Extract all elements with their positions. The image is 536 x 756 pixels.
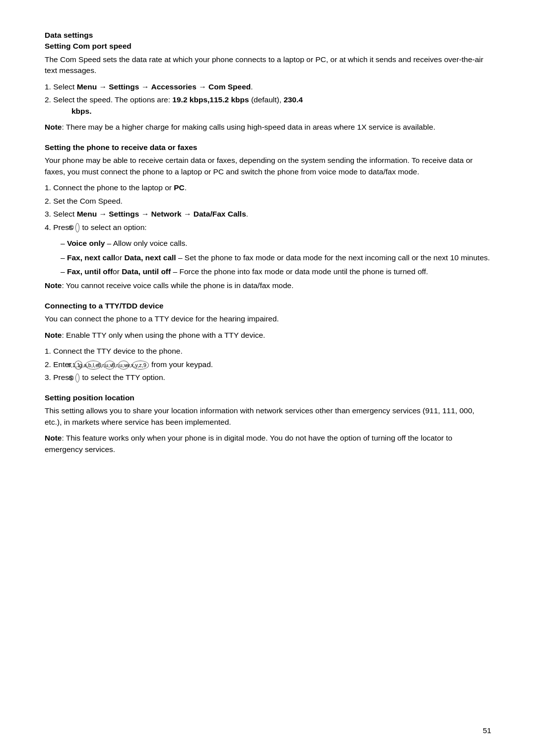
tty-section: Connecting to a TTY/TDD device You can c… [45,301,491,383]
kbps-continuation: kbps. [54,106,491,117]
step-1: 1. Select Menu → Settings → Accessories … [45,81,491,92]
step-2: 2. Select the speed. The options are: 19… [45,94,491,117]
fax-note: Note: You cannot receive voice calls whi… [45,280,491,291]
fax-options-list: Voice only – Allow only voice calls. Fax… [61,238,491,277]
network-bold: Network [151,210,182,218]
fax-step-3: 3. Select Menu → Settings → Network → Da… [45,209,491,220]
receive-faxes-section: Setting the phone to receive data or fax… [45,142,491,292]
position-location-note: Note: This feature works only when your … [45,433,491,455]
fax-step-4: 4. Press ☹ to select an option: [45,222,491,233]
data-settings-note: Note: There may be a higher charge for m… [45,122,491,133]
datafax-calls-bold: Data/Fax Calls [194,210,246,218]
menu-bold-2: Menu [77,210,97,218]
data-settings-intro: The Com Speed sets the data rate at whic… [45,54,491,76]
heading-receive-faxes: Setting the phone to receive data or fax… [45,142,491,153]
com-speed-bold: Com Speed [208,82,251,91]
fax-until-off-option: Fax, until offor Data, until off – Force… [61,266,491,277]
keypad-icon-5: w,x,y,z,9 [132,361,148,370]
tty-step-3: 3. Press ☹ to select the TTY option. [45,372,491,383]
accessories-bold: Accessories [151,82,197,91]
heading-data-settings: Data settingsSetting Com port speed [45,30,491,52]
settings-bold: Settings [109,82,139,91]
tty-steps: 1. Connect the TTY device to the phone. … [45,346,491,383]
heading-tty: Connecting to a TTY/TDD device [45,301,491,311]
speed-230-bold: 230.4 [283,95,303,104]
data-settings-section: Data settingsSetting Com port speed The … [45,30,491,133]
settings-bold-2: Settings [109,210,139,218]
receive-faxes-steps: 1. Connect the phone to the laptop or PC… [45,182,491,233]
tty-intro: You can connect the phone to a TTY devic… [45,313,491,324]
ok-button-icon-2: ☹ [75,374,79,382]
data-settings-steps: 1. Select Menu → Settings → Accessories … [45,81,491,117]
tty-step-2: 2. Enter 8,1,1 g,a,b,l,e 8,r,u,v 8,r,u,v… [45,359,491,370]
position-location-section: Setting position location This setting a… [45,392,491,455]
fax-next-call-option: Fax, next callor Data, next call – Set t… [61,252,491,263]
ok-button-icon: ☹ [75,223,79,232]
speed-options-bold: 19.2 kbps,115.2 kbps [172,95,249,104]
tty-step-1: 1. Connect the TTY device to the phone. [45,346,491,357]
menu-bold: Menu [77,82,97,91]
receive-faxes-intro: Your phone may be able to receive certai… [45,155,491,177]
page-content: Data settingsSetting Com port speed The … [0,0,536,504]
page-number: 51 [483,725,491,736]
position-location-intro: This setting allows you to share your lo… [45,405,491,428]
tty-note1: Note: Enable TTY only when using the pho… [45,330,491,341]
fax-step-1: 1. Connect the phone to the laptop or PC… [45,182,491,193]
fax-step-2: 2. Set the Com Speed. [45,196,491,207]
voice-only-option: Voice only – Allow only voice calls. [61,238,491,249]
heading-position-location: Setting position location [45,392,491,403]
pc-bold: PC [174,183,185,192]
